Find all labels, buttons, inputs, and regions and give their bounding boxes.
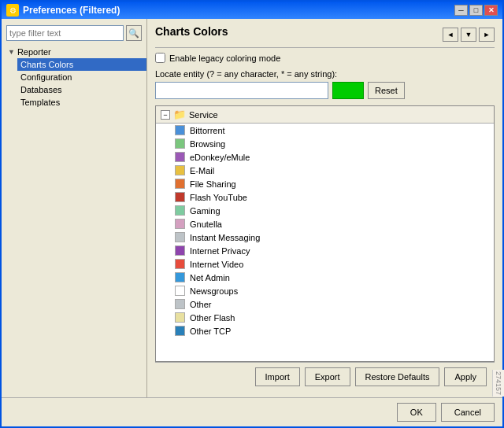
nav-forward-button[interactable]: ► (479, 28, 495, 42)
tree-root: ▼ Reporter (2, 46, 146, 58)
color-swatch-netadmin (175, 272, 185, 282)
panel-title: Charts Colors (155, 25, 228, 38)
collapse-button[interactable]: − (161, 110, 170, 120)
bottom-buttons: Import Export Restore Defaults Apply (155, 362, 495, 391)
color-swatch-flashyoutube (175, 192, 185, 202)
service-item-email[interactable]: E-Mail (156, 164, 494, 177)
service-item-edonkey[interactable]: eDonkey/eMule (156, 150, 494, 164)
color-swatch-otherflash (175, 312, 185, 323)
service-label-gaming: Gaming (190, 206, 220, 216)
footer-buttons: OK Cancel (2, 397, 502, 426)
service-item-other[interactable]: Other (156, 297, 494, 311)
nav-dropdown-button[interactable]: ▼ (461, 28, 476, 42)
minimize-button[interactable]: ─ (454, 5, 468, 16)
service-label-bittorrent: Bittorrent (190, 126, 225, 135)
apply-button[interactable]: Apply (444, 367, 487, 386)
export-button[interactable]: Export (305, 367, 350, 386)
sidebar-item-label: Configuration (20, 72, 72, 82)
service-label-instantmessaging: Instant Messaging (190, 233, 260, 242)
preferences-window: ⚙ Preferences (Filtered) ─ □ ✕ 🔍 ▼ Repor… (0, 0, 504, 428)
color-swatch-bittorrent (175, 125, 185, 135)
import-button[interactable]: Import (255, 367, 300, 386)
tree-root-label: Reporter (17, 47, 51, 57)
service-item-flashyoutube[interactable]: Flash YouTube (156, 190, 494, 204)
service-item-internetprivacy[interactable]: Internet Privacy (156, 244, 494, 257)
panel-header: Charts Colors ◄ ▼ ► (155, 25, 495, 48)
color-swatch-newsgroups (175, 286, 185, 296)
title-buttons: ─ □ ✕ (454, 5, 498, 16)
filter-input[interactable] (6, 25, 124, 41)
color-swatch-instantmessaging (175, 232, 185, 242)
legacy-mode-checkbox[interactable] (155, 53, 165, 63)
service-label-otherflash: Other Flash (190, 313, 235, 323)
service-item-instantmessaging[interactable]: Instant Messaging (156, 231, 494, 244)
watermark: 274157 (492, 370, 504, 397)
window-icon: ⚙ (6, 4, 19, 17)
legacy-mode-row: Enable legacy coloring mode (155, 53, 495, 63)
color-swatch-email (175, 165, 185, 175)
service-label-internetprivacy: Internet Privacy (190, 246, 250, 256)
color-swatch-gnutella (175, 219, 185, 229)
restore-defaults-button[interactable]: Restore Defaults (355, 367, 440, 386)
color-swatch-browsing (175, 138, 185, 149)
service-list-container: − 📁 Service Bittorrent Browsing (155, 105, 495, 362)
service-label-othertcp: Other TCP (190, 327, 231, 336)
service-label-browsing: Browsing (190, 139, 225, 149)
locate-section: Locate entity (? = any character, * = an… (155, 69, 495, 99)
ok-button[interactable]: OK (397, 403, 436, 422)
nav-back-button[interactable]: ◄ (443, 28, 458, 42)
sidebar-item-label: Databases (20, 85, 62, 94)
filter-row: 🔍 (2, 23, 146, 46)
right-panel: Charts Colors ◄ ▼ ► Enable legacy colori… (147, 19, 502, 397)
folder-icon: 📁 (173, 109, 186, 120)
service-label-newsgroups: Newsgroups (190, 286, 238, 296)
service-label-email: E-Mail (190, 166, 214, 175)
service-item-gnutella[interactable]: Gnutella (156, 217, 494, 231)
color-swatch-internetvideo (175, 259, 185, 269)
service-root-label: Service (189, 110, 218, 120)
color-swatch-edonkey (175, 152, 185, 162)
title-bar-left: ⚙ Preferences (Filtered) (6, 4, 120, 17)
service-item-bittorrent[interactable]: Bittorrent (156, 124, 494, 137)
locate-input-row: Reset (155, 82, 495, 99)
tree-children: Charts Colors Configuration Databases Te… (2, 58, 146, 109)
service-item-newsgroups[interactable]: Newsgroups (156, 284, 494, 297)
legacy-mode-label: Enable legacy coloring mode (169, 54, 280, 63)
maximize-button[interactable]: □ (469, 5, 483, 16)
service-label-filesharing: File Sharing (190, 179, 236, 189)
service-label-gnutella: Gnutella (190, 220, 222, 229)
service-label-internetvideo: Internet Video (190, 260, 243, 269)
color-swatch-gaming (175, 205, 185, 216)
service-item-netadmin[interactable]: Net Admin (156, 271, 494, 284)
service-label-flashyoutube: Flash YouTube (190, 193, 247, 202)
locate-label: Locate entity (? = any character, * = an… (155, 69, 495, 79)
service-item-otherflash[interactable]: Other Flash (156, 311, 494, 324)
service-label-netadmin: Net Admin (190, 273, 230, 282)
service-item-gaming[interactable]: Gaming (156, 204, 494, 217)
sidebar-item-charts-colors[interactable]: Charts Colors (17, 58, 146, 71)
sidebar: 🔍 ▼ Reporter Charts Colors Configuration… (2, 19, 147, 397)
color-swatch-filesharing (175, 179, 185, 189)
cancel-button[interactable]: Cancel (441, 403, 495, 422)
reset-button[interactable]: Reset (368, 82, 405, 99)
main-content: 🔍 ▼ Reporter Charts Colors Configuration… (2, 19, 502, 397)
title-bar: ⚙ Preferences (Filtered) ─ □ ✕ (2, 2, 502, 19)
service-label-edonkey: eDonkey/eMule (190, 153, 250, 162)
tree-expand-icon[interactable]: ▼ (8, 48, 15, 56)
locate-input[interactable] (155, 82, 328, 99)
service-item-filesharing[interactable]: File Sharing (156, 177, 494, 190)
go-button[interactable] (332, 82, 364, 99)
sidebar-item-label: Charts Colors (20, 60, 73, 69)
nav-arrows: ◄ ▼ ► (443, 28, 495, 42)
window-title: Preferences (Filtered) (23, 5, 120, 16)
sidebar-item-databases[interactable]: Databases (17, 83, 146, 96)
sidebar-item-templates[interactable]: Templates (17, 96, 146, 109)
service-item-internetvideo[interactable]: Internet Video (156, 257, 494, 271)
filter-clear-button[interactable]: 🔍 (126, 25, 142, 41)
service-item-browsing[interactable]: Browsing (156, 137, 494, 150)
color-swatch-internetprivacy (175, 245, 185, 256)
service-item-othertcp[interactable]: Other TCP (156, 324, 494, 338)
color-swatch-other (175, 299, 185, 309)
sidebar-item-configuration[interactable]: Configuration (17, 71, 146, 83)
close-button[interactable]: ✕ (484, 5, 498, 16)
